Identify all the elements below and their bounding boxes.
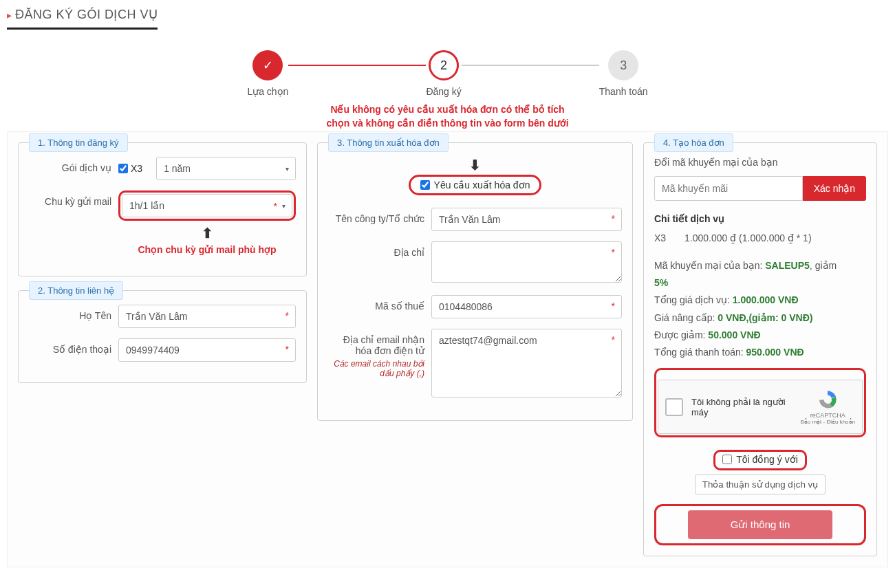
required-star-icon: * [274,201,277,212]
required-star-icon: * [612,247,615,258]
email-invoice-label: Địa chỉ email nhận hóa đơn điện tử [328,329,424,356]
panel-title: 1. Thông tin đăng ký [29,133,128,152]
step-label: Đăng ký [426,86,461,97]
fullname-input[interactable] [118,305,296,328]
promo-confirm-button[interactable]: Xác nhận [803,176,866,201]
recaptcha-checkbox[interactable] [665,398,683,416]
promo-code-value: SALEUP5 [765,260,810,271]
company-label: Tên công ty/Tổ chức [328,208,424,224]
step-number: 3 [608,50,638,80]
service-detail-title: Chi tiết dịch vụ [654,213,866,224]
invoice-request-label: Yêu cầu xuất hóa đơn [434,179,530,190]
email-hint: Các email cách nhau bởi dấu phẩy (,) [328,359,424,378]
arrow-up-icon: ⬆ [202,226,213,241]
step-number: 2 [429,50,459,80]
step-label: Thanh toán [599,86,648,97]
panel-registration-info: 1. Thông tin đăng ký Gói dịch vụ X3 1 nă… [18,142,307,276]
address-textarea[interactable] [431,241,622,283]
recaptcha-logo-icon: reCAPTCHA Bảo mật - Điều khoản [800,389,855,425]
agree-label: Tôi đồng ý với [736,454,798,465]
panel-create-invoice: 4. Tạo hóa đơn Đổi mã khuyến mại của bạn… [643,142,877,556]
step-connector [462,65,599,66]
check-icon [252,50,283,80]
panel-title: 2. Thông tin liên hệ [29,281,123,300]
form-container: 1. Thông tin đăng ký Gói dịch vụ X3 1 nă… [7,131,888,567]
promo-percent: 5% [654,277,668,288]
submit-button[interactable]: Gửi thông tin [688,510,832,539]
recaptcha-text: Tôi không phải là người máy [691,397,792,417]
discount-amount: 50.000 VNĐ [708,329,760,340]
page-title: ĐĂNG KÝ GÓI DỊCH VỤ [7,7,158,30]
promo-input[interactable] [654,176,803,201]
panel-contact-info: 2. Thông tin liên hệ Họ Tên * Số điện th… [18,290,307,383]
agree-checkbox[interactable] [722,455,732,464]
required-star-icon: * [612,301,615,312]
annotation-mail-cycle: Chọn chu kỳ gửi mail phù hợp [118,244,296,255]
duration-select[interactable]: 1 năm [156,157,296,180]
company-input[interactable] [431,208,622,231]
package-label: Gói dịch vụ [29,157,111,173]
invoice-checkbox[interactable] [420,180,430,190]
arrow-down-icon: ⬇ [469,157,481,173]
required-star-icon: * [285,344,289,355]
service-detail-row: X3 1.000.000 ₫ (1.000.000 ₫ * 1) [654,232,866,243]
mail-cycle-select[interactable]: 1h/1 lần [122,194,292,217]
service-code: X3 [654,232,675,243]
price-summary: Mã khuyến mại của bạn: SALEUP5, giảm 5% … [654,257,866,361]
tax-label: Mã số thuế [328,295,424,312]
step-1: Lựa chọn [247,50,288,97]
service-price: 1.000.000 ₫ (1.000.000 ₫ * 1) [684,232,812,243]
package-code: X3 [131,163,142,174]
phone-input[interactable] [118,338,296,362]
email-invoice-textarea[interactable]: aztestqt74@gmail.com [431,329,622,398]
required-star-icon: * [612,213,615,224]
promo-label: Đổi mã khuyến mại của bạn [654,157,866,168]
total-payment: 950.000 VNĐ [746,347,804,358]
step-connector [288,65,426,66]
panel-title: 3. Thông tin xuất hóa đơn [328,133,449,152]
step-label: Lựa chọn [247,86,288,97]
tos-button[interactable]: Thỏa thuận sử dụng dịch vụ [695,475,826,494]
upgrade-price: 0 VNĐ,(giảm: 0 VNĐ) [718,312,812,323]
mail-cycle-label: Chu kỳ gửi mail [29,190,111,207]
invoice-request-toggle[interactable]: Yêu cầu xuất hóa đơn [420,179,530,190]
progress-bar: Lựa chọn 2 Đăng ký 3 Thanh toán [7,50,888,97]
fullname-label: Họ Tên [29,305,111,321]
total-service-price: 1.000.000 VNĐ [733,294,799,305]
annotation-invoice-note: Nếu không có yêu cầu xuất hóa đơn có thể… [7,104,888,115]
required-star-icon: * [285,310,289,321]
step-2: 2 Đăng ký [426,50,461,97]
phone-label: Số điện thoại [29,338,111,355]
step-3: 3 Thanh toán [599,50,648,97]
panel-invoice-info: 3. Thông tin xuất hóa đơn ⬇ Yêu cầu xuất… [317,142,633,421]
required-star-icon: * [612,334,615,345]
tax-input[interactable] [431,295,622,318]
package-checkbox[interactable] [118,164,128,173]
annotation-invoice-note-2: chọn và không cần điền thông tin vào for… [7,118,888,129]
address-label: Địa chỉ [328,241,424,258]
panel-title: 4. Tạo hóa đơn [654,133,733,152]
recaptcha-widget[interactable]: Tôi không phải là người máy reCAPTCHA Bả… [658,380,863,434]
